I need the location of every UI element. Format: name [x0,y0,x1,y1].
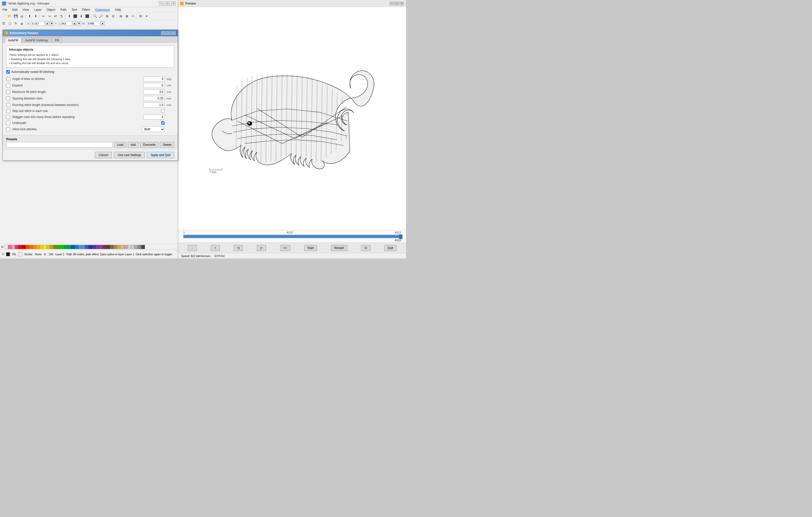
color-swatch-31[interactable] [113,245,117,249]
color-swatch-6[interactable] [26,245,29,249]
add-button[interactable]: Add [128,142,139,148]
menu-text[interactable]: Text [70,7,79,12]
y-up[interactable]: ▲ [72,21,77,26]
maximize-btn[interactable]: □ [165,1,170,6]
color-swatch-29[interactable] [106,245,110,249]
color-swatch-36[interactable] [131,245,134,249]
color-swatch-0[interactable] [4,245,8,249]
ctrl-zero[interactable]: O [361,245,370,251]
color-swatch-12[interactable] [47,245,50,249]
color-swatch-33[interactable] [120,245,124,249]
tool-ungroup[interactable]: ⊠ [124,13,129,19]
menu-layer[interactable]: Layer [33,7,43,12]
stroke-swatch[interactable] [18,252,22,256]
tab-autofill[interactable]: AutoFill [5,37,21,43]
color-swatch-34[interactable] [124,245,127,249]
load-button[interactable]: Load [114,142,126,148]
tool-align-bottom[interactable]: ⬇ [79,13,84,19]
color-swatch-20[interactable] [75,245,78,249]
preview-maximize[interactable]: □ [395,1,399,5]
param-underpath-value-checkbox[interactable] [161,121,165,125]
tool-rotate[interactable]: ↻ [13,21,19,26]
menu-view[interactable]: View [21,7,31,12]
minimize-btn[interactable]: ─ [159,1,164,6]
param-stagger-input[interactable] [143,115,165,120]
color-swatch-9[interactable] [36,245,39,249]
param-maxstitch-input[interactable] [143,89,165,94]
param-lockstitch-checkbox[interactable] [6,127,10,131]
tool-scale[interactable]: ⬙ [19,21,25,26]
color-swatch-38[interactable] [138,245,141,249]
color-swatch-26[interactable] [96,245,99,249]
menu-help[interactable]: Help [114,7,123,12]
tool-export[interactable]: ⬇ [33,13,38,19]
color-swatch-27[interactable] [99,245,103,249]
tool-align-top[interactable]: ⬆ [66,13,72,19]
ctrl-prev[interactable]: <| [234,245,243,251]
param-expand-input[interactable] [143,83,165,88]
tool-new[interactable]: 📄 [1,13,6,19]
dialog-minimize[interactable]: ─ [161,31,166,35]
w-input[interactable] [86,21,100,26]
tool-redo[interactable]: ↪ [47,13,52,19]
y-input[interactable] [58,21,72,26]
w-up[interactable]: ▲ [100,21,105,26]
progress-bar[interactable] [183,235,401,238]
menu-file[interactable]: File [1,7,9,12]
param-spacing-input[interactable] [143,96,165,101]
tool-zoom-in[interactable]: 🔍 [92,13,98,19]
dialog-maximize[interactable]: □ [166,31,171,35]
color-swatch-7[interactable] [29,245,33,249]
fill-swatch[interactable] [6,252,10,256]
color-swatch-1[interactable] [8,245,11,249]
menu-object[interactable]: Object [45,7,57,12]
param-angle-input[interactable] [143,77,165,82]
color-swatch-30[interactable] [110,245,113,249]
x-input[interactable] [31,21,45,26]
color-swatch-19[interactable] [71,245,75,249]
tool-extra2[interactable]: ✦ [144,13,149,19]
cancel-button[interactable]: Cancel [95,152,112,158]
dialog-close[interactable]: × [171,31,176,35]
tool-open[interactable]: 📂 [7,13,12,19]
color-swatch-4[interactable] [19,245,22,249]
color-swatch-2[interactable] [11,245,15,249]
tool-distribute[interactable]: ⬛ [84,13,90,19]
tool-zoom-fit[interactable]: ⊞ [104,13,110,19]
ctrl-minus[interactable]: - [188,245,197,251]
color-swatch-32[interactable] [117,245,120,249]
tool-zoom-select[interactable]: ⊟ [110,13,116,19]
param-stagger-checkbox[interactable] [6,115,10,119]
param-skip-checkbox[interactable] [6,109,10,113]
tab-fill[interactable]: Fill [52,37,62,43]
tool-group[interactable]: ⊞ [118,13,123,19]
color-swatch-5[interactable] [22,245,26,249]
color-swatch-21[interactable] [78,245,82,249]
param-underpath-checkbox[interactable] [6,121,10,125]
overwrite-button[interactable]: Overwrite [140,142,158,148]
y-down[interactable]: ▼ [77,21,81,26]
close-btn[interactable]: × [171,1,176,6]
tool-save[interactable]: 💾 [13,13,19,19]
x-up[interactable]: ▲ [45,21,49,26]
param-expand-checkbox[interactable] [6,83,10,87]
color-swatch-16[interactable] [61,245,64,249]
preview-minimize[interactable]: ─ [389,1,394,5]
delete-button[interactable]: Delete [160,142,174,148]
color-swatch-3[interactable] [15,245,19,249]
auto-fill-checkbox[interactable] [6,70,10,74]
param-angle-checkbox[interactable] [6,77,10,81]
color-swatch-10[interactable] [39,245,43,249]
use-last-button[interactable]: Use Last Settings [114,152,145,158]
color-swatch-24[interactable] [89,245,92,249]
tool-align-center[interactable]: ⬛ [72,13,78,19]
color-swatch-18[interactable] [68,245,71,249]
color-swatch-25[interactable] [92,245,96,249]
param-maxstitch-checkbox[interactable] [6,90,10,94]
color-swatch-8[interactable] [33,245,36,249]
menu-filters[interactable]: Filters [81,7,92,12]
tool-print[interactable]: 🖨 [19,13,25,19]
param-lockstitch-select[interactable]: Both Start End None [142,126,165,132]
color-swatch-13[interactable] [50,245,54,249]
menu-extensions[interactable]: Extensions [94,7,112,12]
